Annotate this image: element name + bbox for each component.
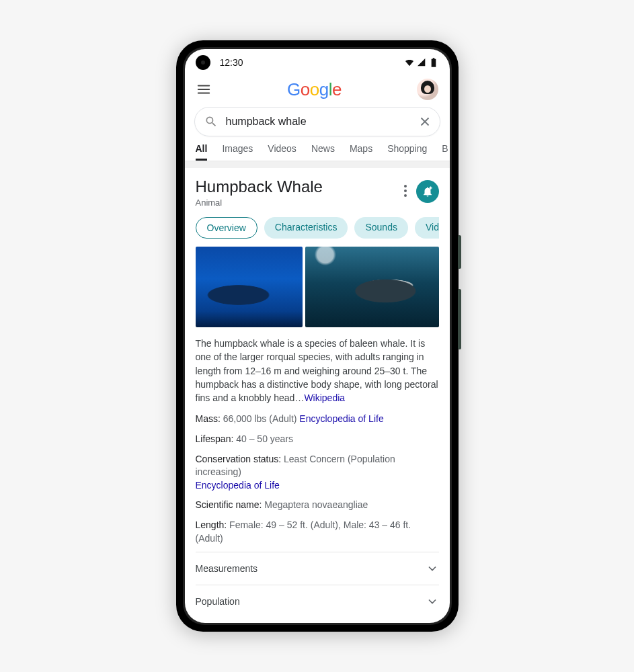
accordion-label: Measurements [196, 563, 258, 574]
hamburger-icon [196, 82, 211, 97]
phone-power-button [458, 235, 461, 269]
fact-value: 66,000 lbs (Adult) [223, 413, 297, 424]
accordion-label: Population [196, 596, 240, 607]
accordion-measurements[interactable]: Measurements [196, 552, 439, 585]
fact-value: Megaptera novaeangliae [264, 499, 368, 510]
tab-news[interactable]: News [311, 143, 335, 161]
phone-volume-button [458, 289, 461, 349]
fact-length: Length: Female: 49 – 52 ft. (Adult), Mal… [196, 519, 439, 545]
fact-source-link[interactable]: Encyclopedia of Life [299, 413, 383, 424]
section-divider [185, 161, 450, 168]
app-header: Google [185, 76, 450, 104]
card-title: Humpback Whale [196, 177, 323, 196]
fact-value: Female: 49 – 52 ft. (Adult), Male: 43 – … [196, 519, 411, 544]
fact-source-link[interactable]: Encyclopedia of Life [196, 480, 280, 491]
chip-videos[interactable]: Videos [415, 217, 439, 239]
tab-images[interactable]: Images [222, 143, 253, 161]
status-bar: 12:30 [185, 49, 450, 76]
fact-label: Lifespan: [196, 433, 234, 444]
chevron-down-icon [426, 595, 439, 608]
search-bar[interactable] [194, 107, 440, 136]
fact-label: Length: [196, 519, 227, 530]
accordion-population[interactable]: Population [196, 585, 439, 611]
bell-plus-icon [422, 185, 434, 198]
svg-point-6 [404, 190, 407, 192]
status-icons [404, 57, 439, 68]
clear-search-button[interactable] [415, 112, 434, 131]
svg-point-7 [404, 194, 407, 197]
fact-mass: Mass: 66,000 lbs (Adult) Encyclopedia of… [196, 413, 439, 426]
card-description: The humpback whale is a species of balee… [196, 337, 439, 405]
tab-all[interactable]: All [196, 143, 208, 161]
knowledge-card: Humpback Whale Animal Overview Cha [185, 168, 450, 623]
svg-point-5 [404, 185, 407, 187]
card-subtitle: Animal [196, 198, 323, 208]
facts-list: Mass: 66,000 lbs (Adult) Encyclopedia of… [196, 413, 439, 545]
more-options-button[interactable] [401, 185, 409, 199]
result-image-2[interactable] [305, 247, 439, 327]
camera-hole [196, 55, 210, 70]
account-avatar[interactable] [417, 79, 438, 100]
search-tabs: All Images Videos News Maps Shopping B [185, 143, 450, 161]
fact-label: Mass: [196, 413, 221, 424]
tab-maps[interactable]: Maps [350, 143, 372, 161]
follow-button[interactable] [416, 180, 439, 203]
fact-scientific-name: Scientific name: Megaptera novaeangliae [196, 499, 439, 512]
status-time: 12:30 [220, 57, 243, 68]
chip-characteristics[interactable]: Characteristics [264, 217, 348, 239]
fact-lifespan: Lifespan: 40 – 50 years [196, 433, 439, 446]
result-image-1[interactable] [196, 247, 303, 327]
chip-overview[interactable]: Overview [196, 217, 257, 239]
signal-icon [416, 57, 427, 68]
tab-videos[interactable]: Videos [268, 143, 296, 161]
topic-chips: Overview Characteristics Sounds Videos [196, 217, 439, 239]
more-vert-icon [404, 185, 407, 197]
screen: 12:30 Google [185, 49, 450, 623]
chip-sounds[interactable]: Sounds [354, 217, 407, 239]
description-source-link[interactable]: Wikipedia [304, 392, 345, 403]
phone-frame: 12:30 Google [176, 40, 459, 632]
fact-label: Conservation status: [196, 454, 282, 464]
wifi-icon [404, 57, 415, 68]
tab-more[interactable]: B [442, 143, 448, 161]
search-icon [204, 115, 218, 128]
fact-conservation: Conservation status: Least Concern (Popu… [196, 453, 439, 493]
close-icon [418, 114, 432, 129]
menu-button[interactable] [196, 81, 212, 97]
battery-icon [428, 57, 439, 68]
fact-value: 40 – 50 years [236, 433, 293, 444]
tab-shopping[interactable]: Shopping [387, 143, 427, 161]
fact-label: Scientific name: [196, 499, 262, 510]
image-row [196, 247, 439, 327]
chevron-down-icon [426, 562, 439, 575]
google-logo[interactable]: Google [287, 79, 342, 100]
search-input[interactable] [226, 116, 407, 128]
